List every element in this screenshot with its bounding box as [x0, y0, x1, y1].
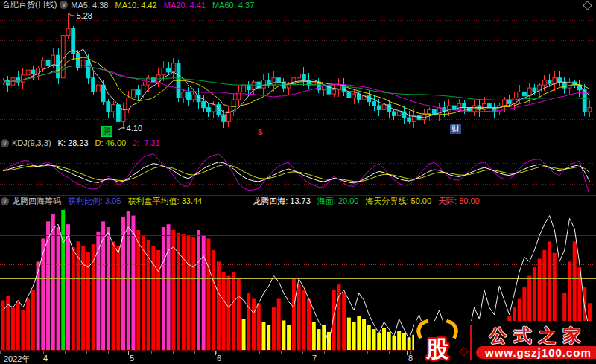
kdj-d-value: D: 46.00 [95, 138, 127, 147]
axis-month-label: 6 [217, 354, 221, 363]
axis-major-tick [407, 351, 408, 355]
bull-icon: 股 [414, 322, 460, 363]
k-line [3, 162, 589, 183]
kdj-header: ∨ KDJ(9,3,3) K: 28.23 D: 46.00 J: -7.31 [0, 138, 160, 147]
axis-major-tick [128, 351, 129, 355]
fenjie-value: 海天分界线: 50.00 [365, 196, 431, 207]
diamond-icon [459, 347, 469, 357]
stock-title: 合肥百货(日线) [2, 0, 57, 10]
indicator-name: 龙腾四海筹码 [12, 196, 61, 207]
huoli-avg-value: 获利盘平均值: 33.44 [128, 196, 203, 207]
kdj-chart[interactable] [0, 147, 596, 194]
tianji-value: 天际: 80.00 [438, 196, 480, 207]
axis-month-label: 8 [408, 354, 413, 363]
ma60-value: MA60: 4.37 [212, 1, 254, 10]
cai-watermark: 财 [450, 124, 461, 134]
site-name: 公式之家 [489, 326, 587, 345]
crosshair-line[interactable] [589, 10, 589, 138]
chevron-down-icon[interactable]: ∨ [1, 139, 9, 147]
axis-major-tick [42, 351, 42, 355]
candlestick-chart[interactable]: 5.284.10 [0, 10, 596, 138]
ma10-value: MA10: 4.42 [115, 1, 156, 10]
low-price-label: 4.10 [127, 124, 142, 132]
logo-divider [470, 325, 472, 360]
ma20-value: MA20: 4.41 [164, 1, 206, 10]
gszj-logo: 股 公式之家 www.gszj100.com [414, 321, 596, 364]
kdj-j-value: J: -7.31 [133, 138, 160, 147]
axis-month-label: 7 [312, 354, 317, 363]
site-url[interactable]: www.gszj100.com [476, 346, 596, 359]
axis-month-label: 4 [43, 354, 48, 363]
axis-month-label: 5 [130, 354, 134, 363]
dollar-watermark: $ [258, 127, 262, 137]
high-price-label: 5.28 [76, 11, 92, 20]
stock-app-window: 合肥百货(日线) ∨ MA5: 4.38 MA10: 4.42 MA20: 4.… [0, 0, 596, 364]
axis-month-label: 2022年 [4, 354, 30, 364]
kdj-k-value: K: 28.23 [58, 138, 89, 147]
teng-watermark: 腾 [101, 126, 112, 137]
chevron-down-icon[interactable]: ∨ [1, 197, 9, 205]
kdj-name: KDJ(9,3,3) [12, 138, 51, 147]
axis-major-tick [215, 351, 216, 355]
axis-major-tick [311, 351, 311, 355]
gu-character: 股 [426, 338, 448, 360]
chevron-down-icon[interactable]: ∨ [60, 1, 68, 9]
scroll-diamond-icon[interactable] [583, 1, 592, 10]
haimian-value: 海面: 20.00 [317, 196, 359, 207]
ma20-line [3, 66, 589, 112]
ma5-value: MA5: 4.38 [71, 1, 108, 10]
sub-indicator-header: ∨ 龙腾四海筹码 获利比例: 3.05 获利盘平均值: 33.44 龙腾四海: … [0, 196, 480, 206]
d-line [3, 165, 589, 182]
longteng-value: 龙腾四海: 13.73 [253, 196, 311, 207]
main-chart-header: 合肥百货(日线) ∨ MA5: 4.38 MA10: 4.42 MA20: 4.… [0, 0, 254, 10]
huoli-bili-value: 获利比例: 3.05 [68, 196, 121, 207]
candles [1, 13, 592, 130]
